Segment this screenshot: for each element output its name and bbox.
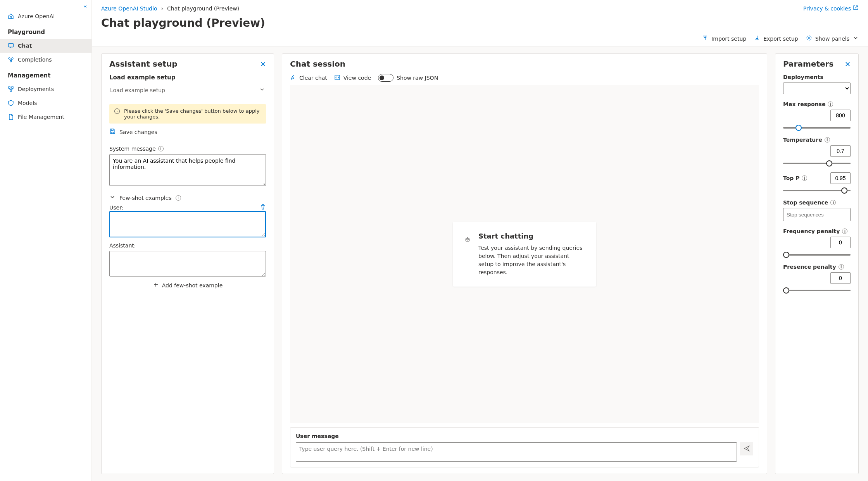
svg-rect-6 — [10, 90, 12, 91]
frequency-penalty-slider[interactable] — [783, 254, 851, 256]
privacy-link[interactable]: Privacy & cookies — [803, 5, 859, 12]
add-fewshot-example-button[interactable]: Add few-shot example — [109, 278, 266, 293]
svg-rect-5 — [12, 87, 13, 88]
bot-icon — [464, 232, 471, 277]
close-assistant-setup-button[interactable]: ✕ — [260, 60, 266, 68]
svg-point-1 — [9, 58, 10, 59]
max-response-input[interactable] — [830, 110, 851, 121]
sidebar-item-label: File Management — [18, 114, 64, 120]
sidebar-item-completions[interactable]: Completions — [0, 53, 91, 67]
info-icon[interactable]: i — [828, 101, 833, 107]
toggle-switch[interactable] — [378, 74, 393, 82]
sidebar-collapse-button[interactable]: « — [0, 3, 91, 9]
presence-penalty-slider[interactable] — [783, 290, 851, 291]
assistant-example-label: Assistant: — [109, 242, 136, 249]
gear-icon — [806, 35, 812, 42]
load-example-select[interactable]: Load example setup — [109, 83, 266, 97]
user-message-box: User message — [290, 427, 759, 467]
sidebar-section-management: Management — [0, 67, 91, 82]
user-message-label: User message — [296, 433, 753, 439]
sidebar-item-models[interactable]: Models — [0, 96, 91, 110]
deployments-label: Deployments — [783, 74, 851, 80]
info-icon[interactable]: i — [842, 228, 847, 234]
view-code-button[interactable]: View code — [334, 74, 371, 82]
frequency-penalty-label: Frequency penalty — [783, 228, 840, 234]
parameters-title: Parameters — [783, 59, 833, 69]
start-chatting-body: Test your assistant by sending queries b… — [478, 244, 585, 277]
info-icon[interactable]: i — [802, 175, 807, 181]
frequency-penalty-input[interactable] — [830, 237, 851, 248]
chevron-down-icon — [109, 194, 116, 201]
sidebar-item-label: Deployments — [18, 86, 54, 92]
delete-example-button[interactable] — [260, 204, 266, 211]
breadcrumb-separator: › — [161, 5, 163, 12]
user-example-input[interactable] — [109, 211, 266, 237]
parameters-panel: Parameters ✕ Deployments Max response i — [775, 53, 859, 474]
sidebar-item-files[interactable]: File Management — [0, 110, 91, 124]
sidebar-item-deployments[interactable]: Deployments — [0, 82, 91, 96]
save-icon — [109, 128, 116, 136]
send-button[interactable] — [740, 442, 753, 455]
chat-session-title: Chat session — [290, 59, 345, 69]
svg-point-7 — [808, 37, 810, 39]
info-icon[interactable]: i — [839, 264, 844, 270]
assistant-example-input[interactable] — [109, 251, 266, 277]
save-changes-banner: Please click the 'Save changes' button b… — [109, 104, 266, 124]
assistant-setup-panel: Assistant setup ✕ Load example setup Loa… — [101, 53, 274, 474]
sidebar: « Azure OpenAI Playground Chat Completio… — [0, 0, 92, 481]
external-link-icon — [852, 5, 859, 12]
svg-rect-0 — [9, 44, 14, 47]
close-parameters-button[interactable]: ✕ — [845, 60, 851, 68]
chevron-down-icon — [259, 86, 265, 94]
clear-chat-button[interactable]: Clear chat — [290, 74, 327, 82]
max-response-slider[interactable] — [783, 127, 851, 129]
code-icon — [334, 74, 340, 82]
presence-penalty-input[interactable] — [830, 272, 851, 284]
breadcrumb-current: Chat playground (Preview) — [167, 5, 239, 12]
user-message-input[interactable] — [296, 442, 737, 462]
info-icon[interactable]: i — [830, 200, 836, 205]
breadcrumb-root[interactable]: Azure OpenAI Studio — [101, 5, 157, 12]
svg-rect-4 — [9, 87, 10, 88]
show-panels-button[interactable]: Show panels — [806, 35, 859, 42]
fewshot-examples-toggle[interactable]: Few-shot examples i — [109, 194, 266, 201]
temperature-slider[interactable] — [783, 163, 851, 164]
import-setup-button[interactable]: Import setup — [702, 35, 746, 42]
sidebar-section-playground: Playground — [0, 23, 91, 39]
info-icon[interactable]: i — [825, 137, 830, 143]
deployments-icon — [8, 86, 14, 92]
temperature-input[interactable] — [830, 145, 851, 157]
sidebar-item-home[interactable]: Azure OpenAI — [0, 9, 91, 23]
svg-point-2 — [12, 58, 13, 59]
export-setup-button[interactable]: Export setup — [754, 35, 798, 42]
models-icon — [8, 100, 14, 106]
top-p-input[interactable] — [830, 172, 851, 184]
chevron-down-icon — [852, 35, 859, 42]
file-icon — [8, 114, 14, 120]
chat-session-panel: Chat session Clear chat View code — [282, 53, 767, 474]
top-p-slider[interactable] — [783, 190, 851, 191]
send-icon — [744, 445, 750, 453]
svg-point-11 — [467, 239, 468, 240]
toolbar: Import setup Export setup Show panels — [92, 29, 868, 46]
sidebar-item-label: Chat — [18, 43, 32, 49]
system-message-label: System message — [109, 146, 156, 152]
info-icon[interactable]: i — [176, 195, 181, 201]
sidebar-item-label: Models — [18, 100, 37, 106]
main: Azure OpenAI Studio › Chat playground (P… — [92, 0, 868, 481]
save-changes-button[interactable]: Save changes — [109, 124, 266, 140]
breadcrumb: Azure OpenAI Studio › Chat playground (P… — [101, 5, 859, 12]
info-icon[interactable]: i — [158, 146, 164, 151]
assistant-setup-title: Assistant setup — [109, 59, 177, 69]
sidebar-item-chat[interactable]: Chat — [0, 39, 91, 53]
chat-canvas: Start chatting Test your assistant by se… — [290, 85, 759, 423]
stop-sequence-input[interactable] — [783, 208, 851, 221]
deployments-select[interactable] — [783, 82, 851, 94]
user-example-label: User: — [109, 204, 123, 211]
show-raw-json-toggle[interactable]: Show raw JSON — [378, 74, 438, 82]
system-message-input[interactable] — [109, 154, 266, 186]
start-chatting-card: Start chatting Test your assistant by se… — [453, 222, 596, 287]
stop-sequence-label: Stop sequence — [783, 199, 828, 206]
import-icon — [702, 35, 708, 42]
svg-point-12 — [468, 239, 469, 240]
